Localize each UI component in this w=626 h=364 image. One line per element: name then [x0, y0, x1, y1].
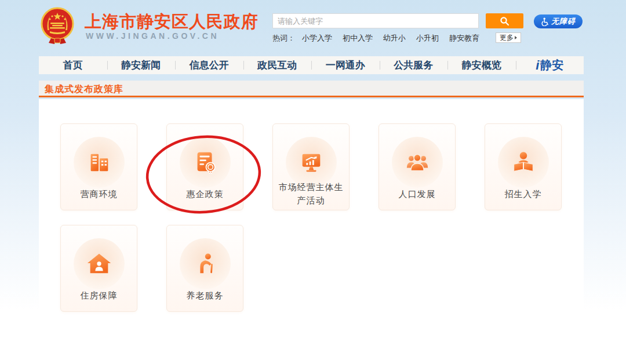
- buildings-icon: [86, 149, 112, 176]
- nav-item-one-stop-service[interactable]: 一网通办: [311, 56, 380, 74]
- more-label: 更多: [500, 33, 514, 43]
- section-header-bar: 集成式发布政策库: [39, 81, 584, 97]
- nav-item-overview[interactable]: 静安概览: [447, 56, 516, 74]
- search-input[interactable]: [272, 13, 479, 28]
- jingan-app-logo[interactable]: i 静安: [516, 56, 584, 74]
- wheelchair-icon: [541, 17, 549, 26]
- logo-text: 静安: [540, 57, 563, 73]
- logo-i-mark: i: [536, 58, 539, 73]
- elderly-care-icon: [192, 250, 219, 277]
- card-enterprise-policies[interactable]: 惠企政策: [166, 123, 243, 210]
- site-title[interactable]: 上海市静安区人民政府: [85, 10, 259, 34]
- card-school-enrollment[interactable]: 招生入学: [485, 123, 562, 210]
- house-person-icon: [86, 250, 112, 277]
- site-url: WWW.JINGAN.GOV.CN: [86, 31, 219, 41]
- card-label: 惠企政策: [170, 180, 239, 208]
- hot-word-link[interactable]: 小升初: [416, 33, 439, 43]
- card-population-development[interactable]: 人口发展: [378, 123, 456, 210]
- nav-item-news[interactable]: 静安新闻: [107, 56, 176, 74]
- card-label: 营商环境: [64, 180, 133, 208]
- card-housing-security[interactable]: 住房保障: [60, 225, 137, 312]
- section-title: 集成式发布政策库: [39, 81, 584, 97]
- card-label: 住房保障: [64, 281, 133, 309]
- hot-words-label: 热词：: [272, 33, 295, 43]
- nav-item-interaction[interactable]: 政民互动: [243, 56, 312, 74]
- card-label: 招生入学: [489, 180, 558, 208]
- accessibility-button[interactable]: 无障碍: [534, 14, 583, 28]
- people-group-icon: [404, 149, 431, 176]
- card-business-environment[interactable]: 营商环境: [60, 123, 137, 210]
- search-button[interactable]: [486, 13, 523, 28]
- nav-item-public-service[interactable]: 公共服务: [380, 56, 448, 74]
- hot-words: 热词： 小学入学 初中入学 幼升小 小升初 静安教育: [272, 33, 490, 43]
- card-label: 养老服务: [170, 281, 239, 309]
- hot-word-link[interactable]: 小学入学: [302, 33, 332, 43]
- card-label: 市场经营主体生产活动: [276, 180, 345, 208]
- card-label: 人口发展: [383, 180, 452, 208]
- nav-item-info-disclosure[interactable]: 信息公开: [175, 56, 243, 74]
- accessibility-label: 无障碍: [551, 16, 576, 27]
- more-arrow-icon: [515, 36, 517, 39]
- nav-item-home[interactable]: 首页: [39, 56, 107, 74]
- main-nav: 首页 静安新闻 信息公开 政民互动 一网通办 公共服务 静安概览 i 静安: [39, 56, 584, 74]
- hot-word-link[interactable]: 静安教育: [449, 33, 479, 43]
- card-elderly-services[interactable]: 养老服务: [166, 225, 243, 312]
- more-button[interactable]: 更多: [496, 32, 521, 43]
- student-reading-icon: [510, 149, 537, 176]
- page: 上海市静安区人民政府 WWW.JINGAN.GOV.CN 无障碍 热词： 小学入…: [0, 0, 626, 364]
- policy-document-icon: [192, 149, 219, 176]
- hot-word-link[interactable]: 幼升小: [383, 33, 406, 43]
- monitor-chart-icon: [298, 149, 325, 176]
- card-market-entities[interactable]: 市场经营主体生产活动: [272, 123, 350, 210]
- national-emblem-icon: [41, 7, 74, 45]
- hot-word-link[interactable]: 初中入学: [343, 33, 373, 43]
- search-icon: [500, 16, 509, 26]
